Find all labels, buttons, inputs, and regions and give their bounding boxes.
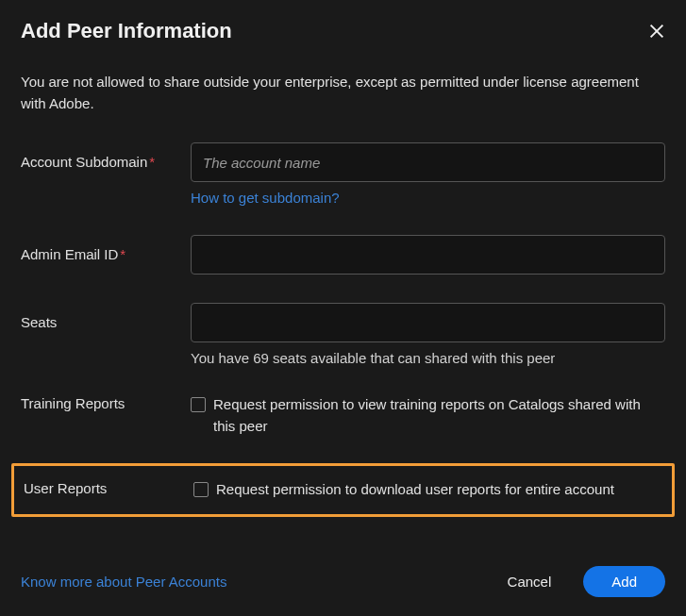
footer-actions: Cancel Add [502, 566, 665, 597]
seats-help-text: You have 69 seats available that can sha… [191, 350, 665, 366]
label-account-subdomain: Account Subdomain* [21, 142, 191, 170]
label-seats: Seats [21, 303, 191, 330]
required-asterisk: * [120, 246, 125, 262]
required-asterisk: * [149, 154, 155, 170]
label-admin-email-text: Admin Email ID [21, 246, 118, 262]
label-account-subdomain-text: Account Subdomain [21, 154, 147, 170]
row-account-subdomain: Account Subdomain* How to get subdomain? [21, 142, 665, 207]
row-training-reports: Training Reports Request permission to v… [21, 394, 665, 437]
field-account-subdomain: How to get subdomain? [191, 142, 665, 207]
add-peer-dialog: Add Peer Information You are not allowed… [0, 0, 686, 616]
label-seats-text: Seats [21, 314, 57, 330]
admin-email-input[interactable] [191, 235, 665, 275]
row-user-reports: User Reports Request permission to downl… [14, 479, 672, 501]
label-user-reports-text: User Reports [24, 480, 107, 496]
know-more-link[interactable]: Know more about Peer Accounts [21, 574, 226, 590]
label-training-reports-text: Training Reports [21, 395, 125, 411]
how-to-get-subdomain-link[interactable]: How to get subdomain? [191, 190, 340, 206]
label-admin-email: Admin Email ID* [21, 235, 191, 262]
label-training-reports: Training Reports [21, 394, 191, 411]
dialog-footer: Know more about Peer Accounts Cancel Add [21, 557, 665, 597]
training-reports-checkbox-label[interactable]: Request permission to view training repo… [213, 394, 665, 437]
notice-text: You are not allowed to share outside you… [21, 72, 665, 114]
field-training-reports: Request permission to view training repo… [191, 394, 665, 437]
seats-input[interactable] [191, 303, 665, 342]
dialog-title: Add Peer Information [21, 19, 232, 43]
add-button[interactable]: Add [583, 566, 665, 597]
training-reports-checkbox[interactable] [191, 397, 206, 412]
user-reports-checkbox[interactable] [193, 482, 209, 497]
user-reports-highlight: User Reports Request permission to downl… [11, 463, 675, 517]
field-user-reports: Request permission to download user repo… [193, 479, 662, 501]
field-admin-email [191, 235, 665, 275]
cancel-button[interactable]: Cancel [502, 566, 558, 597]
user-reports-checkbox-label[interactable]: Request permission to download user repo… [216, 479, 614, 501]
row-seats: Seats You have 69 seats available that c… [21, 303, 665, 366]
close-icon[interactable] [648, 23, 665, 40]
field-seats: You have 69 seats available that can sha… [191, 303, 665, 366]
dialog-header: Add Peer Information [21, 19, 665, 43]
account-subdomain-input[interactable] [191, 142, 665, 182]
label-user-reports: User Reports [24, 479, 193, 496]
row-admin-email: Admin Email ID* [21, 235, 665, 275]
